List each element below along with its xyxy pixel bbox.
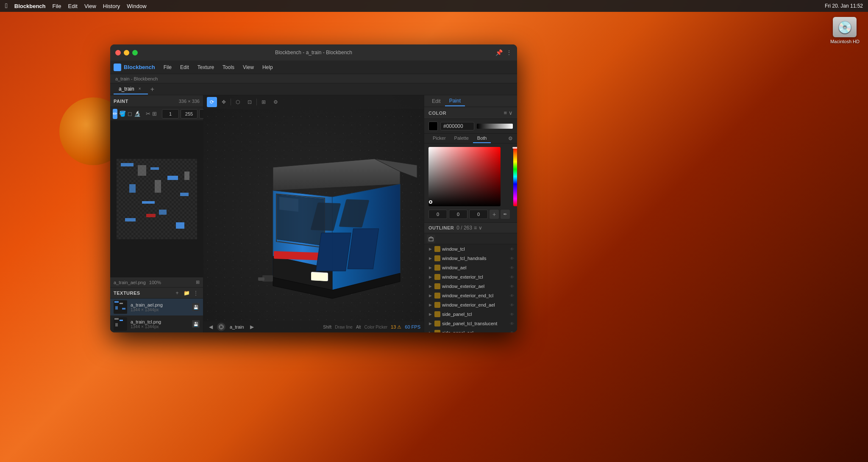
- vp-rotate-btn[interactable]: ⟳: [207, 97, 217, 107]
- shift-key-label: Shift: [323, 325, 331, 329]
- vp-settings-btn[interactable]: ⚙: [270, 97, 281, 107]
- vp-grid-btn[interactable]: ⊞: [259, 97, 269, 107]
- menu-edit[interactable]: Edit: [68, 3, 77, 9]
- palette-tab[interactable]: Palette: [450, 134, 473, 143]
- close-button[interactable]: [115, 50, 121, 55]
- app-menu-blockbench[interactable]: Blockbench: [14, 3, 46, 9]
- outliner-list[interactable]: ▶ window_tcl 👁 ▶ window_tcl_handrails 👁: [424, 244, 517, 332]
- vp-perspective-btn[interactable]: ⬡: [233, 97, 243, 107]
- eyedrop-tool[interactable]: 🔬: [134, 109, 141, 119]
- ol-item-window-exterior-end-tcl[interactable]: ▶ window_exterior_end_tcl 👁: [424, 291, 517, 300]
- apple-menu[interactable]: : [5, 2, 8, 10]
- vp-prev-btn[interactable]: ◀: [207, 323, 214, 331]
- menu-history[interactable]: History: [103, 3, 120, 9]
- svg-rect-11: [159, 210, 167, 215]
- pin-icon[interactable]: 📌: [495, 49, 503, 56]
- pencil-tool[interactable]: ✏: [113, 109, 117, 119]
- visibility-icon[interactable]: 👁: [509, 302, 515, 308]
- visibility-icon[interactable]: 👁: [509, 329, 515, 332]
- ol-item-window-tcl-handrails[interactable]: ▶ window_tcl_handrails 👁: [424, 254, 517, 263]
- visibility-icon[interactable]: 👁: [509, 283, 515, 290]
- ol-item-side-panel-tcl-translucent[interactable]: ▶ side_panel_tcl_translucent 👁: [424, 319, 517, 328]
- viewport-bottombar: ◀ a_train ▶ Shift Draw: [203, 321, 424, 332]
- outliner-panel: OUTLINER 0 / 263 ≡ ∨: [424, 222, 517, 332]
- vp-next-btn[interactable]: ▶: [248, 323, 256, 331]
- ol-item-window-exterior-end-ael[interactable]: ▶ window_exterior_end_ael 👁: [424, 300, 517, 310]
- add-tab-button[interactable]: +: [148, 86, 157, 93]
- visibility-icon[interactable]: 👁: [509, 320, 515, 327]
- app-help-menu[interactable]: Help: [259, 63, 276, 72]
- viewport[interactable]: ⟳ ✥ ⬡ ⊡ ⊞ ⚙ ◀: [203, 95, 424, 332]
- color-collapse-btn[interactable]: ∨: [509, 110, 513, 116]
- texture-zoom: 100%: [149, 280, 161, 285]
- color-cursor: [429, 200, 432, 204]
- svg-rect-22: [122, 308, 125, 310]
- tab-close-icon[interactable]: ×: [137, 86, 143, 92]
- maximize-button[interactable]: [132, 50, 138, 55]
- red-input[interactable]: 0: [428, 210, 447, 219]
- color-swatch[interactable]: [428, 122, 438, 131]
- ol-item-window-tcl[interactable]: ▶ window_tcl 👁: [424, 244, 517, 254]
- edit-tab[interactable]: Edit: [428, 97, 445, 106]
- menu-file[interactable]: File: [53, 3, 61, 9]
- outliner-menu-btn[interactable]: ≡: [474, 225, 477, 231]
- ol-item-window-ael[interactable]: ▶ window_ael 👁: [424, 263, 517, 272]
- menu-view[interactable]: View: [84, 3, 96, 9]
- app-view-menu[interactable]: View: [239, 63, 257, 72]
- ol-item-side-panel-tcl[interactable]: ▶ side_panel_tcl 👁: [424, 310, 517, 319]
- app-tools-menu[interactable]: Tools: [219, 63, 238, 72]
- app-texture-menu[interactable]: Texture: [194, 63, 217, 72]
- erase-tool[interactable]: ◻: [128, 109, 132, 119]
- fill-tool[interactable]: 🪣: [119, 109, 126, 119]
- visibility-icon[interactable]: 👁: [509, 274, 515, 280]
- eyedropper-btn[interactable]: ✒: [501, 210, 510, 219]
- save-texture-tcl[interactable]: 💾: [192, 320, 200, 328]
- color-hex-input[interactable]: #000000: [440, 122, 474, 130]
- macintosh-hd-icon[interactable]: 💿 Macintosh HD: [830, 17, 860, 44]
- vp-sep1: [231, 99, 231, 105]
- visibility-icon[interactable]: 👁: [509, 264, 515, 271]
- texture-canvas[interactable]: [110, 121, 203, 277]
- texture-menu-btn[interactable]: ⋮: [192, 289, 200, 297]
- add-texture-btn[interactable]: +: [173, 289, 181, 297]
- ol-item-window-exterior-ael[interactable]: ▶ window_exterior_ael 👁: [424, 282, 517, 291]
- expand-icon: ▶: [428, 321, 433, 326]
- color-menu-btn[interactable]: ≡: [504, 110, 507, 116]
- outliner-collapse-btn[interactable]: ∨: [479, 225, 482, 231]
- visibility-icon[interactable]: 👁: [509, 246, 515, 252]
- ol-item-side-panel-ael[interactable]: ▶ side_panel_ael 👁: [424, 328, 517, 332]
- color-gradient-square[interactable]: [428, 147, 501, 206]
- visibility-icon[interactable]: 👁: [509, 311, 515, 318]
- menu-window[interactable]: Window: [127, 3, 146, 9]
- paint-tab[interactable]: Paint: [445, 96, 465, 106]
- ol-item-window-exterior-tcl[interactable]: ▶ window_exterior_tcl 👁: [424, 272, 517, 282]
- visibility-icon[interactable]: 👁: [509, 255, 515, 262]
- color-hue-bar[interactable]: [513, 147, 517, 206]
- texture-fit-icon[interactable]: ⊞: [196, 279, 200, 285]
- more-icon[interactable]: ⋮: [506, 49, 512, 56]
- visibility-icon[interactable]: 👁: [509, 292, 515, 299]
- texture-item-tcl[interactable]: a_train_tcl.png 1344 × 1344px 💾: [110, 315, 203, 332]
- save-texture-ael[interactable]: 💾: [192, 303, 200, 311]
- add-color-btn[interactable]: +: [490, 210, 499, 219]
- vp-home-icon[interactable]: [217, 323, 225, 331]
- tab-a-train[interactable]: a_train ×: [114, 84, 148, 94]
- import-texture-btn[interactable]: 📁: [183, 289, 190, 297]
- brush-size-input[interactable]: [162, 109, 179, 119]
- mirror-tool[interactable]: ⊞: [152, 109, 157, 119]
- texture-name-ael: a_train_ael.png: [131, 302, 189, 307]
- vp-wireframe-btn[interactable]: ⊡: [245, 97, 255, 107]
- blue-input[interactable]: 0: [469, 210, 488, 219]
- texture-item-ael[interactable]: a_train_ael.png 1344 × 1344px 💾: [110, 299, 203, 315]
- both-tab[interactable]: Both: [473, 134, 491, 143]
- picker-tab[interactable]: Picker: [428, 134, 450, 143]
- app-file-menu[interactable]: File: [160, 63, 175, 72]
- color-settings-btn[interactable]: ⚙: [508, 134, 513, 143]
- app-edit-menu[interactable]: Edit: [177, 63, 192, 72]
- minimize-button[interactable]: [124, 50, 129, 55]
- opacity-input[interactable]: [181, 109, 198, 119]
- green-input[interactable]: 0: [449, 210, 467, 219]
- vp-sep2: [256, 99, 257, 105]
- crop-tool[interactable]: ✂: [146, 109, 150, 119]
- vp-pan-btn[interactable]: ✥: [219, 97, 229, 107]
